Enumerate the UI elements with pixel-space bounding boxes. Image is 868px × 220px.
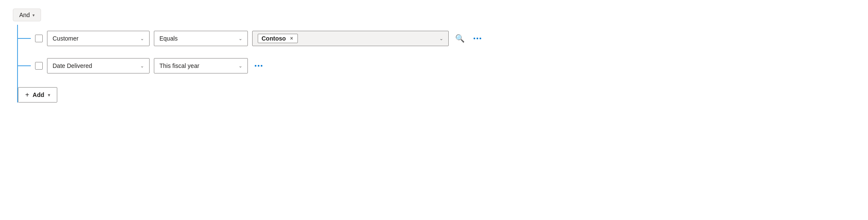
field-dropdown-2[interactable]: Date Delivered ⌄ [47, 58, 150, 73]
operator-dropdown-2-label: This fiscal year [159, 62, 235, 69]
and-chevron-icon: ▾ [32, 13, 35, 18]
more-options-1[interactable] [471, 36, 484, 41]
add-plus-icon: + [25, 91, 29, 99]
add-label: Add [32, 91, 44, 98]
dot-2b [258, 65, 259, 67]
value-dropdown-1-chevron-icon: ⌄ [439, 36, 443, 41]
field-dropdown-1-label: Customer [53, 35, 137, 42]
tree-body: Customer ⌄ Equals ⌄ Contoso × [13, 25, 855, 103]
horizontal-connector-2 [18, 65, 31, 66]
value-dropdown-1[interactable]: Contoso × ⌄ [252, 31, 449, 46]
field-dropdown-1-chevron-icon: ⌄ [140, 36, 144, 41]
horizontal-connector-1 [18, 38, 31, 39]
row-2-checkbox[interactable] [35, 62, 43, 70]
dot-2a [255, 65, 256, 67]
add-button[interactable]: + Add ▾ [18, 87, 57, 103]
value-tag-1-text: Contoso [262, 35, 286, 42]
operator-dropdown-1[interactable]: Equals ⌄ [154, 31, 248, 46]
tag-close-1-icon[interactable]: × [289, 35, 294, 41]
add-chevron-icon: ▾ [48, 93, 50, 97]
rows-container: Customer ⌄ Equals ⌄ Contoso × [18, 25, 855, 103]
search-icon-1: 🔍 [455, 34, 465, 43]
dot-1c [480, 38, 481, 39]
field-dropdown-1[interactable]: Customer ⌄ [47, 31, 150, 46]
search-button-1[interactable]: 🔍 [453, 32, 467, 45]
more-options-2[interactable] [252, 63, 265, 68]
field-dropdown-2-label: Date Delivered [53, 62, 137, 69]
dot-1a [474, 38, 475, 39]
and-button[interactable]: And ▾ [13, 9, 41, 21]
operator-dropdown-2[interactable]: This fiscal year ⌄ [154, 58, 248, 73]
dot-1b [477, 38, 478, 39]
filter-container: And ▾ Customer ⌄ Equals ⌄ [13, 9, 855, 103]
dot-2c [261, 65, 262, 67]
operator-dropdown-1-label: Equals [159, 35, 235, 42]
operator-dropdown-1-chevron-icon: ⌄ [238, 36, 242, 41]
operator-dropdown-2-chevron-icon: ⌄ [238, 63, 242, 69]
filter-row: Customer ⌄ Equals ⌄ Contoso × [18, 25, 855, 52]
add-row: + Add ▾ [18, 79, 855, 103]
value-inner-1: Contoso × [258, 34, 436, 43]
filter-row-2: Date Delivered ⌄ This fiscal year ⌄ [18, 52, 855, 79]
row-1-checkbox[interactable] [35, 35, 43, 42]
value-tag-1: Contoso × [258, 34, 298, 43]
and-label: And [19, 12, 30, 18]
field-dropdown-2-chevron-icon: ⌄ [140, 63, 144, 69]
